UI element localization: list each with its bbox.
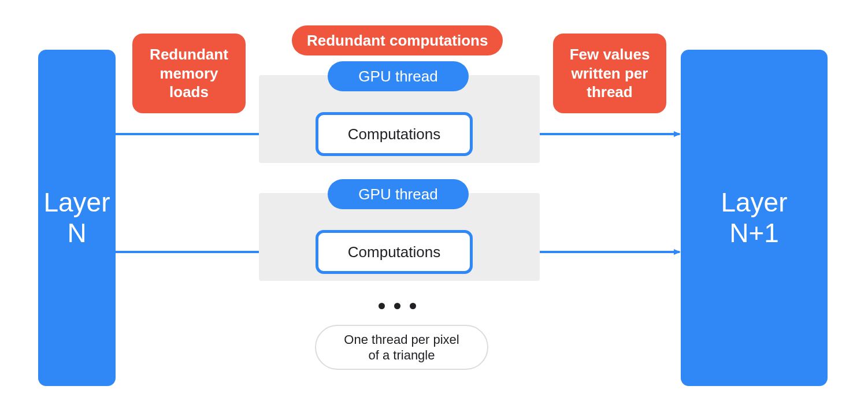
callout-redundant-memory: Redundant memory loads xyxy=(132,34,246,113)
gpu-thread-pill-1-label: GPU thread xyxy=(358,68,437,86)
callout-few-values: Few values written per thread xyxy=(553,34,666,113)
computations-box-2-label: Computations xyxy=(348,243,440,261)
callout-redundant-computations: Redundant computations xyxy=(292,25,503,55)
ellipsis-dots xyxy=(379,303,416,309)
footer-pill-label: One thread per pixel of a triangle xyxy=(344,332,459,364)
layer-n-box: Layer N xyxy=(38,50,116,386)
gpu-thread-pill-2: GPU thread xyxy=(328,179,469,209)
layer-n1-label: Layer N+1 xyxy=(721,187,787,248)
callout-redundant-computations-label: Redundant computations xyxy=(307,32,488,50)
gpu-thread-pill-2-label: GPU thread xyxy=(358,186,437,203)
diagram-stage: Layer N Layer N+1 Redundant memory loads… xyxy=(0,0,868,408)
callout-few-values-label: Few values written per thread xyxy=(570,45,650,102)
callout-redundant-memory-label: Redundant memory loads xyxy=(150,45,228,102)
layer-n1-box: Layer N+1 xyxy=(681,50,828,386)
layer-n-label: Layer N xyxy=(43,187,110,248)
footer-pill: One thread per pixel of a triangle xyxy=(315,325,488,370)
gpu-thread-pill-1: GPU thread xyxy=(328,61,469,91)
computations-box-1: Computations xyxy=(316,112,473,156)
computations-box-1-label: Computations xyxy=(348,125,440,143)
computations-box-2: Computations xyxy=(316,230,473,274)
